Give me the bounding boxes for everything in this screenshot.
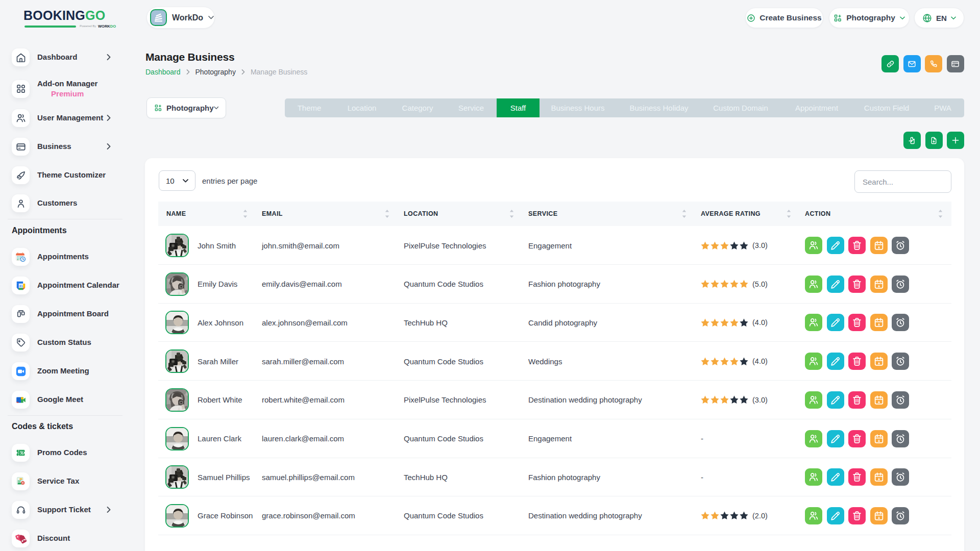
- svg-text:TAX: TAX: [20, 479, 22, 480]
- svg-text:31: 31: [19, 284, 23, 287]
